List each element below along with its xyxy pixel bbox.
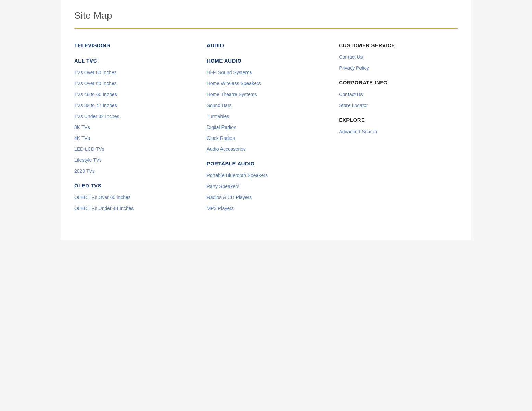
section-all-tvs: ALL TVS TVs Over 80 Inches TVs Over 60 I…: [74, 58, 193, 179]
section-portable-audio: PORTABLE AUDIO Portable Bluetooth Speake…: [207, 161, 326, 216]
link-oled-under-48[interactable]: OLED TVs Under 48 Inches: [74, 205, 193, 211]
link-portable-bluetooth[interactable]: Portable Bluetooth Speakers: [207, 173, 326, 178]
section-televisions: TELEVISIONS: [74, 42, 193, 54]
link-oled-over-60[interactable]: OLED TVs Over 60 inches: [74, 195, 193, 200]
section-customer-service: CUSTOMER SERVICE Contact Us Privacy Poli…: [339, 42, 458, 76]
section-oled-tvs: OLED TVS OLED TVs Over 60 inches OLED TV…: [74, 183, 193, 216]
section-corporate-info: CORPORATE INFO Contact Us Store Locator: [339, 80, 458, 114]
link-tvs-over-80[interactable]: TVs Over 80 Inches: [74, 70, 193, 75]
section-explore: EXPLORE Advanced Search: [339, 117, 458, 140]
section-audio: AUDIO: [207, 42, 326, 54]
section-header-oled-tvs: OLED TVS: [74, 183, 193, 188]
link-sound-bars[interactable]: Sound Bars: [207, 103, 326, 108]
link-clock-radios[interactable]: Clock Radios: [207, 135, 326, 141]
link-tvs-48-60[interactable]: TVs 48 to 60 Inches: [74, 92, 193, 97]
section-header-portable-audio: PORTABLE AUDIO: [207, 161, 326, 167]
link-privacy-policy[interactable]: Privacy Policy: [339, 65, 458, 71]
section-header-televisions: TELEVISIONS: [74, 42, 193, 48]
section-header-audio: AUDIO: [207, 42, 326, 48]
link-2023-tvs[interactable]: 2023 TVs: [74, 168, 193, 174]
section-header-corporate-info: CORPORATE INFO: [339, 80, 458, 85]
link-8k-tvs[interactable]: 8K TVs: [74, 124, 193, 130]
link-tvs-32-47[interactable]: TVs 32 to 47 Inches: [74, 103, 193, 108]
link-contact-us-1[interactable]: Contact Us: [339, 54, 458, 60]
link-advanced-search[interactable]: Advanced Search: [339, 129, 458, 134]
link-radios-cd[interactable]: Radios & CD Players: [207, 195, 326, 200]
column-2: AUDIO HOME AUDIO Hi-Fi Sound Systems Hom…: [207, 42, 326, 220]
link-digital-radios[interactable]: Digital Radios: [207, 124, 326, 130]
section-header-home-audio: HOME AUDIO: [207, 58, 326, 64]
link-4k-tvs[interactable]: 4K TVs: [74, 135, 193, 141]
link-hifi-sound[interactable]: Hi-Fi Sound Systems: [207, 70, 326, 75]
page-container: Site Map TELEVISIONS ALL TVS TVs Over 80…: [61, 0, 471, 240]
link-home-theatre[interactable]: Home Theatre Systems: [207, 92, 326, 97]
section-header-explore: EXPLORE: [339, 117, 458, 123]
section-header-all-tvs: ALL TVS: [74, 58, 193, 64]
link-turntables[interactable]: Turntables: [207, 114, 326, 119]
link-store-locator[interactable]: Store Locator: [339, 103, 458, 108]
column-1: TELEVISIONS ALL TVS TVs Over 80 Inches T…: [74, 42, 193, 220]
column-3: CUSTOMER SERVICE Contact Us Privacy Poli…: [339, 42, 458, 220]
link-led-lcd-tvs[interactable]: LED LCD TVs: [74, 146, 193, 152]
sitemap-grid: TELEVISIONS ALL TVS TVs Over 80 Inches T…: [74, 42, 458, 220]
section-header-customer-service: CUSTOMER SERVICE: [339, 42, 458, 48]
link-tvs-under-32[interactable]: TVs Under 32 Inches: [74, 114, 193, 119]
link-contact-us-2[interactable]: Contact Us: [339, 92, 458, 97]
link-mp3-players[interactable]: MP3 Players: [207, 205, 326, 211]
link-party-speakers[interactable]: Party Speakers: [207, 184, 326, 189]
link-home-wireless[interactable]: Home Wireless Speakers: [207, 81, 326, 86]
divider: [74, 28, 458, 29]
link-audio-accessories[interactable]: Audio Accessories: [207, 146, 326, 152]
link-tvs-over-60[interactable]: TVs Over 60 Inches: [74, 81, 193, 86]
page-title: Site Map: [74, 10, 458, 21]
link-lifestyle-tvs[interactable]: Lifestyle TVs: [74, 157, 193, 163]
section-home-audio: HOME AUDIO Hi-Fi Sound Systems Home Wire…: [207, 58, 326, 157]
